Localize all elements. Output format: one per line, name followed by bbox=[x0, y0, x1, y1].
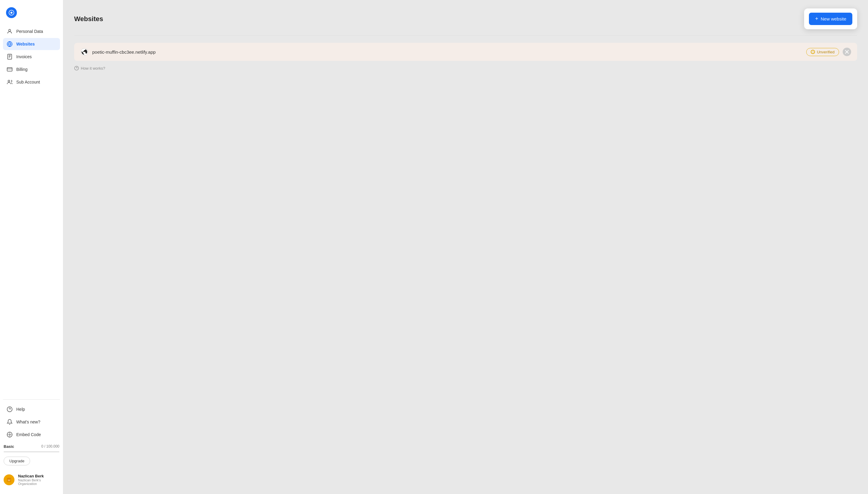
svg-rect-5 bbox=[7, 68, 12, 71]
sidebar-item-sub-account[interactable]: Sub Account bbox=[3, 76, 60, 88]
logo-area bbox=[0, 5, 63, 25]
website-row: poetic-muffin-cbc3ee.netlify.app ! Unver… bbox=[74, 43, 857, 61]
billing-icon bbox=[7, 66, 13, 72]
person-icon bbox=[7, 28, 13, 34]
invoice-icon bbox=[7, 54, 13, 60]
sidebar-nav: Personal Data Websites Invoices Billing bbox=[0, 25, 63, 396]
sidebar-item-personal-data[interactable]: Personal Data bbox=[3, 25, 60, 37]
new-website-container: + New website bbox=[804, 8, 857, 29]
globe-nav-icon bbox=[7, 41, 13, 47]
unverified-badge: ! Unverified bbox=[806, 48, 839, 56]
new-website-button[interactable]: + New website bbox=[809, 13, 852, 25]
sidebar: Personal Data Websites Invoices Billing bbox=[0, 0, 63, 494]
sidebar-item-label: Help bbox=[16, 407, 25, 412]
user-info: Nazlican Berk Nazlican Berk's Organizati… bbox=[18, 474, 59, 486]
website-left: poetic-muffin-cbc3ee.netlify.app bbox=[80, 48, 156, 56]
plus-icon: + bbox=[815, 16, 818, 22]
user-org: Nazlican Berk's Organization bbox=[18, 478, 59, 486]
page-header: Websites + New website bbox=[74, 8, 857, 36]
upgrade-button[interactable]: Upgrade bbox=[4, 457, 30, 466]
sidebar-item-label: Personal Data bbox=[16, 29, 43, 34]
how-it-works-link[interactable]: How it works? bbox=[74, 66, 857, 71]
website-globe-icon bbox=[80, 48, 88, 56]
sidebar-item-label: Sub Account bbox=[16, 80, 40, 84]
app-logo bbox=[6, 7, 17, 18]
embed-icon bbox=[7, 432, 13, 438]
sidebar-item-billing[interactable]: Billing bbox=[3, 63, 60, 75]
sidebar-item-help[interactable]: Help bbox=[3, 403, 60, 415]
plan-header: Basic 0 / 100.000 bbox=[4, 444, 59, 449]
svg-rect-10 bbox=[7, 478, 11, 482]
warning-icon: ! bbox=[811, 50, 815, 54]
sidebar-bottom: Help What's new? Embed Code bbox=[0, 403, 63, 441]
website-url: poetic-muffin-cbc3ee.netlify.app bbox=[92, 50, 156, 55]
avatar bbox=[4, 474, 15, 485]
help-icon bbox=[7, 406, 13, 412]
sidebar-item-label: Embed Code bbox=[16, 432, 41, 437]
sidebar-item-label: What's new? bbox=[16, 419, 40, 424]
how-it-works-label: How it works? bbox=[81, 66, 105, 71]
sidebar-item-websites[interactable]: Websites bbox=[3, 38, 60, 50]
sidebar-item-whats-new[interactable]: What's new? bbox=[3, 416, 60, 428]
user-section: Nazlican Berk Nazlican Berk's Organizati… bbox=[0, 470, 63, 489]
page-title: Websites bbox=[74, 15, 103, 23]
svg-point-1 bbox=[11, 12, 13, 14]
unverified-label: Unverified bbox=[817, 50, 834, 54]
sidebar-item-label: Websites bbox=[16, 42, 35, 46]
user-name: Nazlican Berk bbox=[18, 474, 59, 478]
sidebar-item-invoices[interactable]: Invoices bbox=[3, 51, 60, 63]
sidebar-divider bbox=[3, 399, 60, 400]
svg-point-9 bbox=[9, 434, 11, 436]
sub-account-icon bbox=[7, 79, 13, 85]
remove-website-button[interactable] bbox=[843, 48, 851, 56]
question-icon bbox=[74, 66, 79, 71]
new-website-label: New website bbox=[821, 16, 846, 21]
plan-usage: 0 / 100.000 bbox=[41, 444, 59, 449]
plan-progress-bar bbox=[4, 451, 59, 452]
svg-point-2 bbox=[9, 29, 11, 31]
bell-icon bbox=[7, 419, 13, 425]
sidebar-item-embed-code[interactable]: Embed Code bbox=[3, 429, 60, 441]
close-icon bbox=[845, 50, 849, 54]
sidebar-item-label: Billing bbox=[16, 67, 27, 72]
plan-name: Basic bbox=[4, 444, 14, 449]
website-right: ! Unverified bbox=[806, 48, 851, 56]
plan-section: Basic 0 / 100.000 Upgrade bbox=[0, 441, 63, 469]
sidebar-item-label: Invoices bbox=[16, 54, 32, 59]
main-content: Websites + New website poetic-muffin-cbc… bbox=[63, 0, 868, 494]
svg-point-6 bbox=[8, 80, 10, 82]
